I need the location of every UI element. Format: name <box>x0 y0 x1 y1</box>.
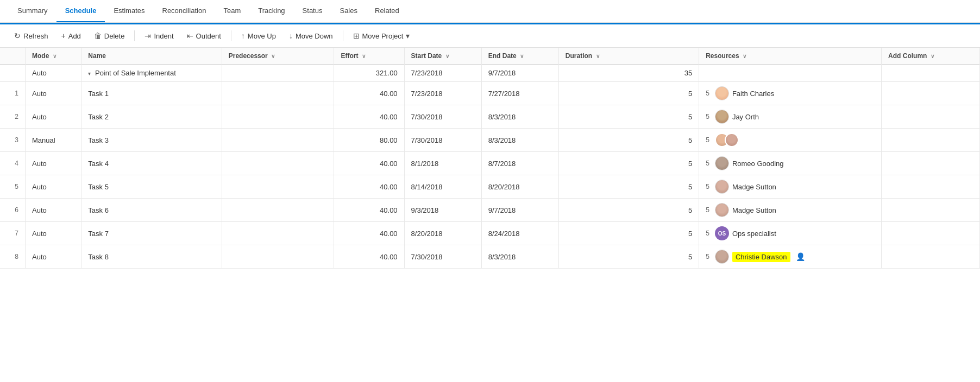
table-row[interactable]: 5AutoTask 540.008/14/20188/20/201855Madg… <box>0 175 980 199</box>
move-project-button[interactable]: ⊞ Move Project ▾ <box>348 29 416 43</box>
row-1-avatar <box>715 110 729 124</box>
delete-icon: 🗑 <box>94 31 102 40</box>
nav-related[interactable]: Related <box>366 0 408 22</box>
row-2-start-date: 7/30/2018 <box>404 129 481 152</box>
outdent-icon: ⇤ <box>187 31 193 40</box>
mode-sort-icon: ∨ <box>53 53 56 59</box>
row-0-start-date: 7/23/2018 <box>404 82 481 105</box>
row-5-duration: 5 <box>558 199 699 222</box>
row-1-resources: 5Jay Orth <box>699 105 882 129</box>
move-down-button[interactable]: ↓ Move Down <box>284 29 338 43</box>
row-4-name: Task 5 <box>81 175 222 199</box>
nav-summary[interactable]: Summary <box>9 0 56 22</box>
row-7-predecessor <box>222 245 334 269</box>
project-row-num <box>0 65 26 82</box>
nav-team[interactable]: Team <box>215 0 249 22</box>
row-6-start-date: 8/20/2018 <box>404 222 481 245</box>
end-sort-icon: ∨ <box>520 53 524 59</box>
toolbar-separator-1 <box>134 30 135 41</box>
row-7-num: 8 <box>0 245 26 269</box>
project-row-mode: Auto <box>26 65 81 82</box>
row-7-mode: Auto <box>26 245 81 269</box>
expand-icon: ▾ <box>88 71 91 77</box>
indent-icon: ⇥ <box>145 31 151 40</box>
row-6-avatar: OS <box>715 226 729 240</box>
nav-tracking[interactable]: Tracking <box>249 0 293 22</box>
row-3-duration: 5 <box>558 152 699 175</box>
row-7-effort: 40.00 <box>334 245 404 269</box>
add-button[interactable]: + Add <box>56 29 86 43</box>
row-5-avatar <box>715 203 729 217</box>
col-header-duration[interactable]: Duration ∨ <box>558 48 699 65</box>
col-add-label: Add Column <box>888 52 927 60</box>
col-header-name[interactable]: Name <box>81 48 222 65</box>
col-header-start-date[interactable]: Start Date ∨ <box>404 48 481 65</box>
col-header-effort[interactable]: Effort ∨ <box>334 48 404 65</box>
row-5-predecessor <box>222 199 334 222</box>
project-row-name: ▾ Point of Sale Implementat <box>81 65 222 82</box>
dur-sort-icon: ∨ <box>596 53 600 59</box>
effort-sort-icon: ∨ <box>362 53 366 59</box>
col-header-end-date[interactable]: End Date ∨ <box>481 48 558 65</box>
table-row[interactable]: 4AutoTask 440.008/1/20188/7/201855Romeo … <box>0 152 980 175</box>
col-header-add-column[interactable]: Add Column ∨ <box>882 48 980 65</box>
indent-button[interactable]: ⇥ Indent <box>139 29 179 43</box>
row-1-num: 2 <box>0 105 26 129</box>
outdent-button[interactable]: ⇤ Outdent <box>181 29 227 43</box>
col-res-label: Resources <box>706 52 739 60</box>
col-header-mode[interactable]: Mode ∨ <box>26 48 81 65</box>
row-7-avatar <box>715 250 729 264</box>
project-row-add <box>882 65 980 82</box>
nav-estimates[interactable]: Estimates <box>105 0 153 22</box>
table-row[interactable]: 8AutoTask 840.007/30/20188/3/201855Chris… <box>0 245 980 269</box>
row-2-avatar-2 <box>725 133 739 147</box>
row-1-resource-name: Jay Orth <box>732 113 759 121</box>
table-row[interactable]: 1AutoTask 140.007/23/20187/27/201855Fait… <box>0 82 980 105</box>
nav-sales[interactable]: Sales <box>331 0 366 22</box>
move-up-button[interactable]: ↑ Move Up <box>236 29 281 43</box>
row-7-assign-icon[interactable]: 👤 <box>796 252 805 261</box>
row-3-predecessor <box>222 152 334 175</box>
move-down-icon: ↓ <box>289 31 293 40</box>
row-2-resource-container: 5 <box>706 133 875 147</box>
nav-reconciliation[interactable]: Reconciliation <box>154 0 215 22</box>
row-3-add-column <box>882 152 980 175</box>
row-6-mode: Auto <box>26 222 81 245</box>
row-6-name: Task 7 <box>81 222 222 245</box>
row-4-predecessor <box>222 175 334 199</box>
table-row[interactable]: 3ManualTask 380.007/30/20188/3/201855 <box>0 129 980 152</box>
schedule-table-container[interactable]: Mode ∨ Name Predecessor ∨ Effort ∨ Start… <box>0 48 980 365</box>
col-header-predecessor[interactable]: Predecessor ∨ <box>222 48 334 65</box>
row-5-end-date: 9/7/2018 <box>481 199 558 222</box>
col-dur-label: Duration <box>566 52 592 60</box>
schedule-table: Mode ∨ Name Predecessor ∨ Effort ∨ Start… <box>0 48 980 269</box>
row-2-avatar-group <box>715 133 739 147</box>
nav-status[interactable]: Status <box>294 0 331 22</box>
row-5-effort: 40.00 <box>334 199 404 222</box>
table-row[interactable]: 2AutoTask 240.007/30/20188/3/201855Jay O… <box>0 105 980 129</box>
row-0-add-column <box>882 82 980 105</box>
row-6-predecessor <box>222 222 334 245</box>
row-2-res-count: 5 <box>706 136 709 144</box>
table-row[interactable]: 7AutoTask 740.008/20/20188/24/201855OSOp… <box>0 222 980 245</box>
col-end-label: End Date <box>488 52 517 60</box>
project-row-pred <box>222 65 334 82</box>
row-1-effort: 40.00 <box>334 105 404 129</box>
table-row[interactable]: 6AutoTask 640.009/3/20189/7/201855Madge … <box>0 199 980 222</box>
row-7-resources: 5Christie Dawson👤 <box>699 245 882 269</box>
row-5-name: Task 6 <box>81 199 222 222</box>
nav-schedule[interactable]: Schedule <box>56 0 105 22</box>
row-0-mode: Auto <box>26 82 81 105</box>
row-3-resource-name: Romeo Gooding <box>732 160 784 168</box>
project-row[interactable]: Auto ▾ Point of Sale Implementat 321.00 … <box>0 65 980 82</box>
res-sort-icon: ∨ <box>743 53 746 59</box>
col-header-resources[interactable]: Resources ∨ <box>699 48 882 65</box>
top-nav: Summary Schedule Estimates Reconciliatio… <box>0 0 980 23</box>
refresh-button[interactable]: ↻ Refresh <box>9 29 54 43</box>
row-3-effort: 40.00 <box>334 152 404 175</box>
row-0-num: 1 <box>0 82 26 105</box>
row-1-res-count: 5 <box>706 113 709 120</box>
row-4-resource-container: 5Madge Sutton <box>706 180 875 194</box>
row-5-start-date: 9/3/2018 <box>404 199 481 222</box>
delete-button[interactable]: 🗑 Delete <box>89 29 130 43</box>
